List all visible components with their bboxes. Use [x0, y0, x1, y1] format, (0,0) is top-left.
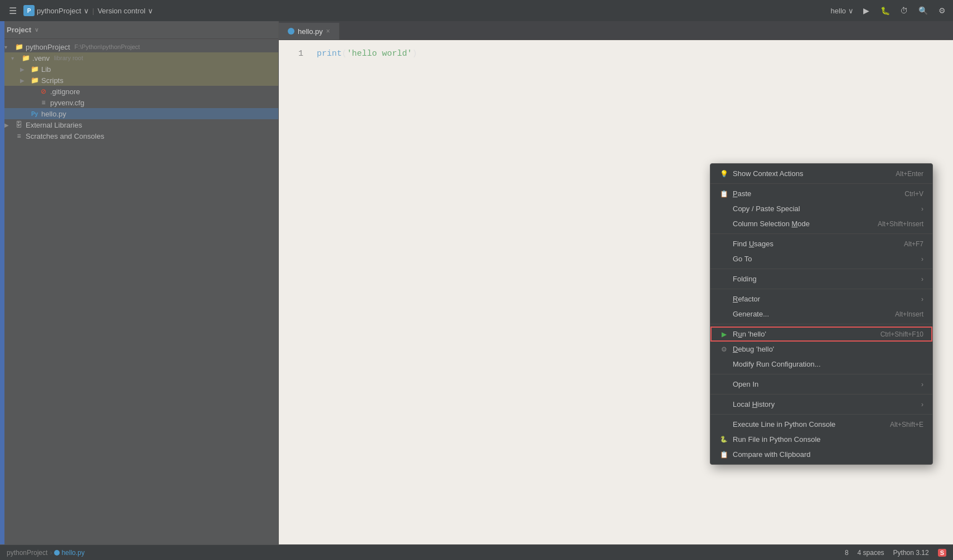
debug-button[interactable]: 🐛 [878, 4, 892, 17]
cm-execute-line[interactable]: Execute Line in Python Console Alt+Shift… [710, 417, 932, 432]
breadcrumb-file: hello.py [54, 549, 84, 557]
cm-generate[interactable]: Generate... Alt+Insert [710, 306, 932, 322]
cm-debug-hello-label: Debug 'hello' [733, 345, 774, 353]
csdn-badge: S [938, 549, 946, 557]
left-edge-bar [0, 21, 4, 544]
cm-modify-run-left: Modify Run Configuration... [719, 360, 821, 368]
cm-local-history[interactable]: Local History › [710, 397, 932, 412]
cm-run-hello[interactable]: ▶ Run 'hello' Ctrl+Shift+F10 [710, 327, 932, 342]
search-icon: 🔍 [918, 6, 928, 15]
run-button[interactable]: ▶ [859, 4, 873, 17]
cm-open-in[interactable]: Open In › [710, 377, 932, 392]
code-content-1: print('hello world') [317, 49, 417, 59]
cm-find-usages[interactable]: Find Usages Alt+F7 [710, 236, 932, 251]
sidebar-header: Project ∨ [0, 21, 278, 39]
tree-label-venv: .venv [32, 54, 50, 62]
cm-column-sel-left: Column Selection Mode [719, 220, 810, 228]
tree-item-external-libraries[interactable]: ▶ 🗄 External Libraries [0, 119, 278, 130]
breadcrumb: pythonProject › hello.py [7, 546, 85, 559]
cm-goto-left: Go To [719, 255, 752, 263]
tree-item-lib[interactable]: ▶ 📁 Lib [0, 64, 278, 75]
profile-button[interactable]: ⏱ [897, 4, 911, 17]
tree-label-scratches: Scratches and Consoles [26, 132, 104, 140]
cm-column-selection[interactable]: Column Selection Mode Alt+Shift+Insert [710, 216, 932, 231]
tree-item-pythonproject[interactable]: ▾ 📁 pythonProject F:\Python\pythonProjec… [0, 41, 278, 52]
cm-sep-8 [710, 414, 932, 415]
tree-item-pyvenv[interactable]: ≡ pyvenv.cfg [0, 97, 278, 108]
tree-item-venv[interactable]: ▾ 📁 .venv library root [0, 52, 278, 64]
cm-copy-paste-left: Copy / Paste Special [719, 204, 800, 213]
context-menu: 💡 Show Context Actions Alt+Enter 📋 Paste… [710, 163, 933, 465]
cm-refactor-label: Refactor [733, 295, 760, 303]
cm-find-usages-left: Find Usages [719, 240, 773, 248]
tree-item-scratches[interactable]: ≡ Scratches and Consoles [0, 130, 278, 142]
cm-goto[interactable]: Go To › [710, 251, 932, 266]
cm-run-hello-shortcut: Ctrl+Shift+F10 [881, 330, 923, 338]
cm-sep-7 [710, 394, 932, 395]
cm-debug-hello-left: ⚙ Debug 'hello' [719, 345, 774, 353]
code-fn-print: print [317, 49, 342, 59]
cm-sep-1 [710, 183, 932, 184]
tree-arrow-scripts: ▶ [20, 77, 28, 84]
settings-button[interactable]: ⚙ [935, 4, 949, 17]
editor-area: hello.py × 1 print('hello world') 💡 Show… [279, 21, 953, 544]
tree-label-gitignore: .gitignore [50, 87, 80, 96]
cm-run-file-label: Run File in Python Console [733, 435, 821, 444]
cm-folding-label: Folding [733, 275, 757, 283]
cm-debug-hello[interactable]: ⚙ Debug 'hello' [710, 342, 932, 357]
cm-open-in-arrow: › [921, 381, 923, 388]
tree-item-hello[interactable]: Py hello.py [0, 108, 278, 119]
cm-folding-left: Folding [719, 275, 757, 283]
run-config-selector[interactable]: hello ∨ [831, 7, 854, 15]
tree-label-hello: hello.py [41, 110, 66, 118]
tree-label-scripts: Scripts [41, 76, 64, 85]
app-logo[interactable]: P pythonProject ∨ [23, 5, 89, 16]
cm-execute-line-left: Execute Line in Python Console [719, 420, 835, 428]
cm-column-sel-label: Column Selection Mode [733, 220, 810, 228]
cm-folding-arrow: › [921, 275, 923, 283]
version-control-button[interactable]: Version control ∨ [98, 7, 153, 15]
menu-icon: ☰ [9, 6, 17, 16]
run-config-dropdown-icon: ∨ [848, 7, 854, 15]
toolbar: ☰ P pythonProject ∨ | Version control ∨ … [0, 0, 953, 21]
cm-run-file-console[interactable]: 🐍 Run File in Python Console [710, 432, 932, 447]
cm-paste-left: 📋 Paste [719, 189, 751, 198]
cm-folding[interactable]: Folding › [710, 271, 932, 286]
tab-bar: hello.py × [279, 21, 953, 40]
cm-sep-5 [710, 324, 932, 324]
project-sidebar: Project ∨ ▾ 📁 pythonProject F:\Python\py… [0, 21, 279, 544]
cm-open-in-label: Open In [733, 380, 758, 388]
cm-show-context-actions[interactable]: 💡 Show Context Actions Alt+Enter [710, 166, 932, 181]
cm-paste[interactable]: 📋 Paste Ctrl+V [710, 186, 932, 201]
cm-refactor[interactable]: Refactor › [710, 291, 932, 306]
cm-copy-paste-special[interactable]: Copy / Paste Special › [710, 201, 932, 216]
cm-execute-line-shortcut: Alt+Shift+E [890, 421, 923, 428]
tab-close-button[interactable]: × [326, 27, 330, 35]
tree-item-gitignore[interactable]: ⊘ .gitignore [0, 86, 278, 97]
cm-sep-6 [710, 374, 932, 374]
editor-tab-hello[interactable]: hello.py × [279, 23, 340, 40]
python-icon-run-file: 🐍 [719, 436, 728, 443]
cm-compare-clipboard[interactable]: 📋 Compare with Clipboard [710, 447, 932, 462]
cm-show-context-left: 💡 Show Context Actions [719, 169, 803, 178]
search-everywhere-button[interactable]: 🔍 [916, 4, 930, 17]
tree-label-lib: Lib [41, 65, 51, 74]
project-tree: ▾ 📁 pythonProject F:\Python\pythonProjec… [0, 39, 278, 544]
tree-item-scripts[interactable]: ▶ 📁 Scripts [0, 75, 278, 86]
cfg-icon-pyvenv: ≡ [39, 98, 48, 107]
code-paren-open: ( [342, 49, 347, 59]
ext-lib-icon: 🗄 [14, 120, 23, 129]
tree-arrow-pythonproject: ▾ [4, 44, 12, 50]
main-layout: Project ∨ ▾ 📁 pythonProject F:\Python\py… [0, 21, 953, 544]
tree-tag-venv: library root [54, 55, 83, 61]
status-spaces: 4 spaces [858, 549, 884, 557]
hamburger-menu-button[interactable]: ☰ [4, 2, 21, 19]
cm-refactor-left: Refactor [719, 295, 760, 303]
settings-icon: ⚙ [939, 6, 946, 15]
cm-local-history-label: Local History [733, 400, 775, 408]
project-panel-title: Project [7, 26, 31, 34]
cm-run-file-left: 🐍 Run File in Python Console [719, 435, 821, 444]
run-hello-icon: ▶ [719, 330, 728, 338]
cm-modify-run[interactable]: Modify Run Configuration... [710, 357, 932, 372]
breadcrumb-py-dot [54, 550, 60, 556]
